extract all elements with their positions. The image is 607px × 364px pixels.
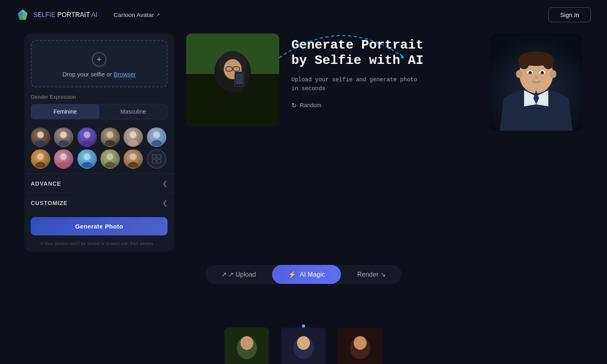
svg-point-57	[550, 70, 556, 78]
navbar: SELFIE PORTRAIT AI Cartoon Avatar ↗ Sign…	[0, 0, 607, 30]
render-tab[interactable]: Render ↘	[341, 265, 402, 284]
svg-point-55	[535, 76, 538, 78]
svg-point-64	[297, 336, 310, 350]
left-panel: + Drop your selfie or Browser Gender Exp…	[24, 34, 174, 252]
svg-point-21	[107, 153, 114, 160]
advance-chevron-icon: ❮	[162, 180, 168, 187]
svg-point-3	[37, 131, 44, 138]
logo-portrait: PORTRAIT	[55, 11, 90, 18]
random-button[interactable]: ↻ Random	[291, 102, 321, 109]
svg-point-48	[543, 55, 554, 69]
upload-tab[interactable]: ↗ ↗ Upload	[205, 265, 272, 284]
avatar-item[interactable]	[31, 149, 50, 169]
advance-label: ADVANCE	[31, 180, 61, 187]
logo-gem-icon	[16, 8, 29, 21]
svg-point-56	[516, 70, 522, 78]
preview-image-1	[225, 328, 269, 364]
selfie-figure-svg	[186, 34, 279, 127]
generate-photo-button[interactable]: Generate Photo	[31, 217, 168, 235]
svg-point-7	[83, 131, 90, 138]
hero-text-area: Generate Portrait by Selfie with AI Uplo…	[287, 34, 482, 109]
svg-point-24	[128, 162, 138, 169]
logo-text: SELFIE PORTRAIT AI	[33, 11, 98, 19]
ai-magic-tab[interactable]: ⚡ AI Magic	[272, 265, 341, 284]
portrait-figure-svg	[490, 34, 583, 131]
ai-magic-icon: ⚡	[288, 271, 296, 278]
avatar-item[interactable]	[54, 149, 73, 169]
svg-point-11	[130, 131, 137, 138]
bottom-tabs-bar: ↗ ↗ Upload ⚡ AI Magic Render ↘	[205, 265, 401, 284]
avatar-item[interactable]	[123, 127, 143, 147]
svg-point-47	[518, 55, 530, 69]
svg-point-20	[82, 162, 92, 169]
svg-rect-25	[152, 154, 156, 158]
upload-plus-icon: +	[92, 52, 106, 67]
refresh-icon: ↻	[291, 102, 297, 109]
svg-point-18	[58, 162, 69, 169]
svg-point-5	[60, 131, 67, 138]
svg-point-10	[105, 140, 115, 147]
logo-ai: AI	[90, 11, 98, 18]
svg-point-4	[35, 140, 46, 147]
gender-expression-label: Gender Expression	[31, 94, 168, 100]
svg-rect-26	[157, 154, 161, 158]
customize-chevron-icon: ❮	[162, 199, 168, 207]
avatar-item[interactable]	[123, 149, 143, 169]
svg-point-67	[354, 336, 367, 350]
svg-rect-28	[157, 159, 161, 163]
avatar-item[interactable]	[77, 127, 97, 147]
svg-rect-40	[236, 73, 243, 85]
masculine-button[interactable]: Masculine	[99, 104, 167, 119]
avatar-item[interactable]	[100, 127, 120, 147]
svg-point-13	[153, 131, 160, 138]
svg-rect-27	[152, 159, 156, 163]
selfie-image	[186, 34, 279, 127]
random-label: Random	[300, 102, 321, 108]
svg-point-15	[37, 153, 44, 160]
svg-point-61	[240, 336, 253, 350]
drop-zone-text: Drop your selfie or Browser	[62, 71, 136, 78]
hero-title: Generate Portrait by Selfie with AI	[291, 38, 482, 69]
upload-icon: ↗	[221, 271, 227, 278]
advance-accordion[interactable]: ADVANCE ❮	[24, 174, 174, 193]
logo-selfie: SELFIE	[33, 11, 55, 18]
avatar-item[interactable]	[100, 149, 120, 169]
svg-point-19	[83, 153, 90, 160]
add-style-button[interactable]	[147, 149, 166, 169]
svg-point-17	[60, 153, 67, 160]
external-link-icon: ↗	[156, 12, 160, 18]
logo: SELFIE PORTRAIT AI	[16, 8, 98, 21]
svg-point-6	[58, 140, 69, 147]
gender-toggle: Feminine Masculine	[31, 104, 168, 119]
cartoon-avatar-label: Cartoon Avatar	[114, 11, 154, 18]
browser-link[interactable]: Browser	[114, 71, 136, 78]
drop-zone[interactable]: + Drop your selfie or Browser	[31, 40, 168, 87]
customize-label: CUSTOMIZE	[31, 200, 68, 206]
hero-subtitle: Upload your selfie and generate photo in…	[291, 75, 482, 93]
portrait-output	[490, 34, 583, 131]
feminine-button[interactable]: Feminine	[31, 104, 99, 119]
bottom-previews	[0, 328, 607, 364]
avatar-item[interactable]	[54, 127, 73, 147]
gender-expression-section: Gender Expression Feminine Masculine	[24, 94, 174, 124]
sign-in-button[interactable]: Sign In	[548, 7, 591, 22]
cartoon-avatar-link[interactable]: Cartoon Avatar ↗	[114, 11, 160, 18]
svg-point-14	[151, 140, 162, 147]
avatar-grid	[24, 124, 174, 174]
svg-point-8	[82, 140, 92, 147]
avatar-item[interactable]	[77, 149, 97, 169]
carousel-dot	[302, 324, 305, 328]
render-tab-label: Render ↘	[357, 271, 386, 278]
svg-point-16	[35, 162, 46, 169]
preview-image-2	[281, 328, 326, 364]
main-area: + Drop your selfie or Browser Gender Exp…	[0, 30, 607, 252]
customize-accordion[interactable]: CUSTOMIZE ❮	[24, 193, 174, 212]
privacy-note: © Your photos won't be stored or shared …	[24, 239, 174, 252]
avatar-item[interactable]	[147, 127, 166, 147]
svg-point-22	[105, 162, 115, 169]
svg-point-23	[130, 153, 137, 160]
svg-point-9	[107, 131, 114, 138]
svg-point-53	[530, 72, 531, 73]
preview-image-3	[338, 328, 382, 364]
avatar-item[interactable]	[31, 127, 50, 147]
